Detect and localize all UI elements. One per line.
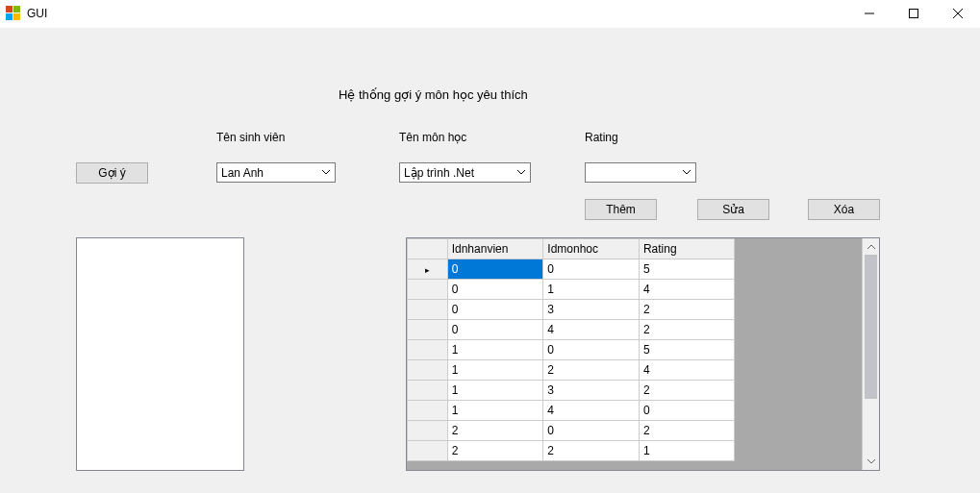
scroll-up-button[interactable] (863, 238, 879, 255)
grid-cell[interactable]: 0 (543, 259, 640, 280)
window-title: GUI (27, 7, 47, 20)
grid-cell[interactable]: 0 (639, 401, 734, 421)
grid-cell[interactable]: 1 (447, 401, 543, 421)
student-combobox[interactable]: Lan Anh (216, 162, 336, 183)
grid-cell[interactable]: 4 (639, 280, 734, 300)
grid-row-header[interactable] (408, 421, 448, 441)
grid-cell-spacer (735, 340, 862, 360)
grid-cell[interactable]: 2 (447, 441, 543, 461)
table-row[interactable]: 221 (408, 441, 862, 461)
student-combobox-value: Lan Anh (221, 166, 264, 180)
course-combobox-value: Lập trình .Net (404, 166, 474, 180)
grid-row-header[interactable] (408, 360, 448, 381)
grid-col-header[interactable]: Rating (639, 239, 734, 259)
grid-row-header[interactable] (408, 300, 448, 320)
scroll-down-button[interactable] (863, 454, 879, 470)
table-row[interactable]: 105 (408, 340, 862, 360)
svg-rect-1 (910, 10, 918, 18)
grid-cell[interactable]: 4 (543, 401, 640, 421)
grid-col-header[interactable]: Idnhanvien (447, 239, 543, 259)
scroll-thumb[interactable] (865, 255, 877, 399)
grid-cell[interactable]: 2 (447, 421, 543, 441)
results-panel (76, 237, 244, 471)
delete-button[interactable]: Xóa (808, 199, 880, 220)
course-label: Tên môn học (399, 131, 466, 144)
delete-button-label: Xóa (834, 203, 854, 216)
client-area: Hệ thống gợi ý môn học yêu thích Tên sin… (0, 28, 980, 493)
page-heading: Hệ thống gợi ý môn học yêu thích (339, 87, 528, 102)
title-bar: GUI (0, 0, 980, 28)
suggest-button[interactable]: Gợi ý (76, 162, 148, 184)
chevron-down-icon (679, 170, 693, 175)
grid-cell[interactable]: 2 (639, 300, 734, 320)
grid-cell[interactable]: 1 (639, 441, 734, 461)
grid-scrollbar-vertical[interactable] (862, 238, 879, 470)
grid-cell-spacer (735, 259, 862, 280)
grid-cell-spacer (735, 360, 862, 381)
grid-cell[interactable]: 2 (639, 320, 734, 340)
grid-row-header[interactable] (408, 340, 448, 360)
grid-cell-spacer (735, 280, 862, 300)
grid-cell[interactable]: 0 (447, 259, 543, 280)
table-row[interactable]: 202 (408, 421, 862, 441)
app-icon (6, 6, 21, 21)
suggest-button-label: Gợi ý (98, 166, 125, 180)
rating-label: Rating (585, 131, 618, 144)
add-button[interactable]: Thêm (585, 199, 657, 220)
grid-cell[interactable]: 4 (639, 360, 734, 381)
grid-cell[interactable]: 0 (447, 280, 543, 300)
grid-cell[interactable]: 4 (543, 320, 640, 340)
grid-cell[interactable]: 5 (639, 259, 734, 280)
grid-cell-spacer (735, 320, 862, 340)
chevron-down-icon (514, 170, 528, 175)
add-button-label: Thêm (606, 203, 636, 216)
grid-cell[interactable]: 2 (639, 421, 734, 441)
grid-row-header[interactable] (408, 441, 448, 461)
table-row[interactable]: 140 (408, 401, 862, 421)
grid-cell-spacer (735, 421, 862, 441)
table-row[interactable]: 124 (408, 360, 862, 381)
grid-cell[interactable]: 1 (447, 360, 543, 381)
grid-cell-spacer (735, 300, 862, 320)
close-button[interactable] (936, 0, 980, 27)
grid-row-header[interactable] (408, 320, 448, 340)
grid-row-header[interactable] (408, 259, 448, 280)
grid-col-header[interactable]: Idmonhoc (543, 239, 640, 259)
table-row[interactable]: 014 (408, 280, 862, 300)
minimize-button[interactable] (847, 0, 892, 27)
grid-cell[interactable]: 1 (543, 280, 640, 300)
grid-cell[interactable]: 0 (447, 320, 543, 340)
grid-cell[interactable]: 1 (447, 381, 543, 401)
edit-button-label: Sửa (722, 203, 744, 216)
grid-cell[interactable]: 1 (447, 340, 543, 360)
table-row[interactable]: 042 (408, 320, 862, 340)
grid-cell[interactable]: 2 (639, 381, 734, 401)
grid-cell[interactable]: 2 (543, 441, 640, 461)
grid-cell-spacer (735, 401, 862, 421)
grid-row-header[interactable] (408, 401, 448, 421)
grid-cell[interactable]: 3 (543, 381, 640, 401)
table-row[interactable]: 005 (408, 259, 862, 280)
table-row[interactable]: 032 (408, 300, 862, 320)
grid-cell-spacer (735, 441, 862, 461)
grid-cell[interactable]: 0 (447, 300, 543, 320)
grid-cell[interactable]: 3 (543, 300, 640, 320)
grid-cell[interactable]: 2 (543, 360, 640, 381)
grid-cell[interactable]: 5 (639, 340, 734, 360)
grid-cell[interactable]: 0 (543, 340, 640, 360)
chevron-down-icon (318, 170, 333, 175)
maximize-button[interactable] (892, 0, 936, 27)
grid-row-header[interactable] (408, 280, 448, 300)
grid-header-row: Idnhanvien Idmonhoc Rating (408, 239, 862, 259)
grid-col-header-spacer (735, 239, 862, 259)
data-grid[interactable]: Idnhanvien Idmonhoc Rating 0050140320421… (406, 237, 880, 471)
rating-combobox[interactable] (585, 162, 696, 183)
grid-row-header[interactable] (408, 381, 448, 401)
grid-cell[interactable]: 0 (543, 421, 640, 441)
grid-corner[interactable] (408, 239, 448, 259)
grid-cell-spacer (735, 381, 862, 401)
student-label: Tên sinh viên (216, 131, 285, 144)
table-row[interactable]: 132 (408, 381, 862, 401)
course-combobox[interactable]: Lập trình .Net (399, 162, 531, 183)
edit-button[interactable]: Sửa (697, 199, 769, 220)
